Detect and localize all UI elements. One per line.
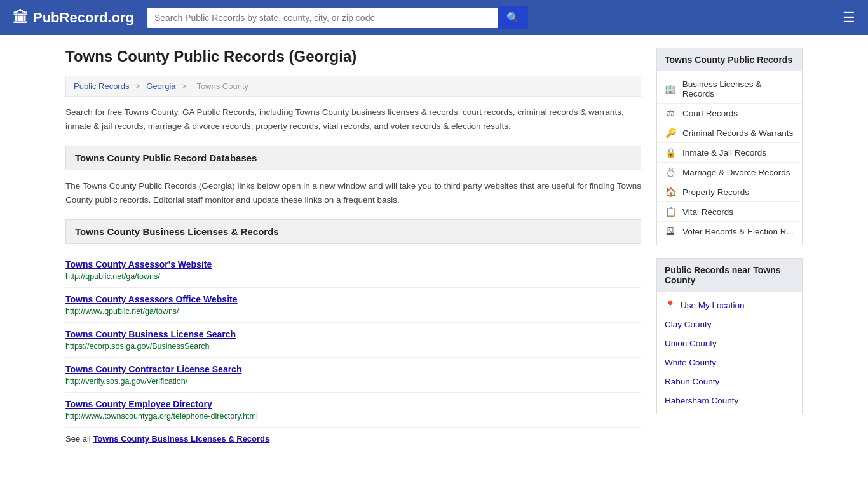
search-button[interactable]: 🔍 [498,6,528,29]
record-url-link[interactable]: http://qpublic.net/ga/towns/ [65,272,160,281]
sidebar-record-item[interactable]: 🏢 Business Licenses & Records [657,75,802,104]
record-item: Towns County Assessors Office Website ht… [65,288,641,323]
nearby-county-item[interactable]: Union County [657,334,802,353]
header: 🏛 PubRecord.org 🔍 ☰ [0,0,868,35]
breadcrumb-separator-1: > [135,81,140,91]
sidebar-record-item[interactable]: 🔒 Inmate & Jail Records [657,143,802,163]
description-text: Search for free Towns County, GA Public … [65,105,641,133]
sidebar-record-icon: 🏠 [665,187,676,197]
search-bar: 🔍 [147,6,528,29]
sidebar-record-link[interactable]: Inmate & Jail Records [682,148,766,158]
sidebar-record-item[interactable]: ⚖ Court Records [657,104,802,123]
breadcrumb-georgia[interactable]: Georgia [146,81,175,91]
breadcrumb-public-records[interactable]: Public Records [74,81,129,91]
business-section-header: Towns County Business Licenses & Records [65,219,641,244]
nearby-county-link[interactable]: Union County [665,339,717,348]
sidebar-record-icon: 🔒 [665,147,676,158]
search-icon: 🔍 [506,12,519,23]
record-item: Towns County Business License Search htt… [65,323,641,358]
nearby-county-link[interactable]: White County [665,358,716,367]
record-url-link[interactable]: http://www.townscountyga.org/telephone-d… [65,412,258,421]
records-list: Towns County Assessor's Website http://q… [65,253,641,428]
content-area: Towns County Public Records (Georgia) Pu… [65,48,641,444]
sidebar: Towns County Public Records 🏢 Business L… [656,48,803,444]
breadcrumb-separator-2: > [182,81,187,91]
nearby-county-item[interactable]: White County [657,353,802,372]
sidebar-record-link[interactable]: Business Licenses & Records [682,79,794,98]
sidebar-record-link[interactable]: Vital Records [682,207,733,217]
sidebar-box-nearby-header: Public Records near Towns County [657,259,802,292]
sidebar-record-icon: ⚖ [665,108,676,118]
see-all-link[interactable]: Towns County Business Licenses & Records [93,434,269,444]
sidebar-record-item[interactable]: 📋 Vital Records [657,202,802,222]
sidebar-record-link[interactable]: Property Records [682,187,749,197]
hamburger-button[interactable]: ☰ [843,10,855,26]
nearby-county-link[interactable]: Habersham County [665,396,738,405]
sidebar-record-link[interactable]: Court Records [682,109,738,118]
sidebar-record-icon: 📋 [665,207,676,217]
nearby-county-item[interactable]: Rabun County [657,372,802,391]
databases-section-header: Towns County Public Record Databases [65,146,641,170]
logo-text: PubRecord.org [33,10,134,26]
search-input[interactable] [147,8,498,28]
record-title-link[interactable]: Towns County Assessors Office Website [65,294,641,304]
logo-icon: 🏛 [13,9,28,27]
sidebar-record-item[interactable]: 💍 Marriage & Divorce Records [657,163,802,182]
record-url-link[interactable]: http://verify.sos.ga.gov/Verification/ [65,377,187,386]
sidebar-record-link[interactable]: Marriage & Divorce Records [682,168,790,177]
record-item: Towns County Employee Directory http://w… [65,393,641,428]
see-all-label: See all [65,434,91,444]
sidebar-box-records-header: Towns County Public Records [657,48,802,71]
record-title-link[interactable]: Towns County Employee Directory [65,399,641,409]
nearby-county-link[interactable]: Rabun County [665,377,719,386]
record-url-link[interactable]: https://ecorp.sos.ga.gov/BusinessSearch [65,342,210,351]
sidebar-record-icon: 🔑 [665,128,676,138]
nearby-county-item[interactable]: Habersham County [657,391,802,410]
nearby-items-list: 📍Use My LocationClay CountyUnion CountyW… [657,292,802,414]
record-url-link[interactable]: http://www.qpublic.net/ga/towns/ [65,307,179,316]
sidebar-box-nearby: Public Records near Towns County 📍Use My… [656,258,803,414]
record-title-link[interactable]: Towns County Business License Search [65,329,641,339]
sidebar-record-icon: 💍 [665,167,676,177]
record-title-link[interactable]: Towns County Assessor's Website [65,259,641,269]
sidebar-record-icon: 🗳 [665,226,676,236]
sidebar-record-item[interactable]: 🔑 Criminal Records & Warrants [657,123,802,143]
hamburger-icon: ☰ [843,10,855,25]
record-title-link[interactable]: Towns County Contractor License Search [65,364,641,374]
page-title: Towns County Public Records (Georgia) [65,48,641,65]
databases-description: The Towns County Public Records (Georgia… [65,179,641,207]
see-all: See all Towns County Business Licenses &… [65,434,641,444]
sidebar-box-records: Towns County Public Records 🏢 Business L… [656,48,803,245]
sidebar-record-icon: 🏢 [665,84,676,94]
sidebar-items-list: 🏢 Business Licenses & Records ⚖ Court Re… [657,71,802,245]
site-logo[interactable]: 🏛 PubRecord.org [13,9,134,27]
record-item: Towns County Assessor's Website http://q… [65,253,641,288]
sidebar-record-link[interactable]: Voter Records & Election R... [682,227,794,236]
sidebar-record-item[interactable]: 🗳 Voter Records & Election R... [657,222,802,241]
location-icon: 📍 [665,300,675,310]
main-container: Towns County Public Records (Georgia) Pu… [53,35,815,456]
nearby-county-item[interactable]: Clay County [657,315,802,334]
sidebar-record-item[interactable]: 🏠 Property Records [657,182,802,202]
breadcrumb: Public Records > Georgia > Towns County [65,76,641,97]
breadcrumb-towns-county: Towns County [196,81,248,91]
nearby-use-location[interactable]: 📍Use My Location [657,295,802,315]
nearby-county-link[interactable]: Clay County [665,320,712,329]
use-location-link[interactable]: Use My Location [681,301,745,310]
sidebar-record-link[interactable]: Criminal Records & Warrants [682,128,793,138]
record-item: Towns County Contractor License Search h… [65,358,641,393]
